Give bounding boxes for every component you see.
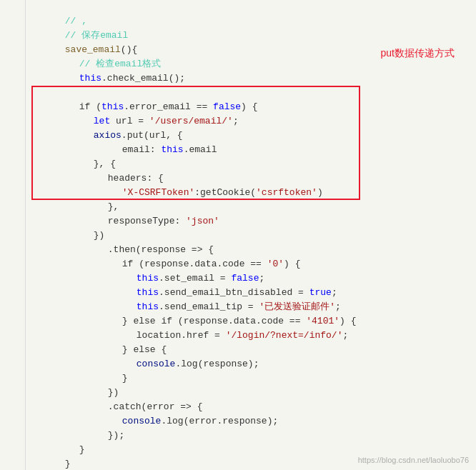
code-line: }): [31, 371, 476, 386]
code-line: } else {: [31, 329, 476, 343]
annotation-label: put数据传递方式: [381, 47, 455, 60]
code-line: .then(response => {: [31, 229, 476, 243]
code-line: this.send_email_btn_disabled = true;: [31, 271, 476, 286]
code-line: 'X-CSRFToken':getCookie('csrftoken'): [31, 171, 476, 186]
code-line: // ,: [31, 0, 476, 14]
code-line: }: [31, 357, 476, 371]
code-line: [31, 71, 476, 86]
code-line: headers: {: [31, 157, 476, 171]
code-line: this.set_email = false;: [31, 257, 476, 271]
code-line: });: [31, 414, 476, 429]
code-line: axios.put(url, {: [31, 114, 476, 129]
code-line: }, {: [31, 143, 476, 157]
code-content: // , // 保存email save_email(){ // 检查email…: [26, 0, 476, 470]
code-line: } else if (response.data.code == '4101')…: [31, 300, 476, 314]
code-line: responseType: 'json': [31, 200, 476, 214]
code-line: if (this.error_email == false) {: [31, 86, 476, 100]
code-line: if (response.data.code == '0') {: [31, 243, 476, 257]
watermark: https://blog.csdn.net/laoluobo76: [358, 456, 469, 464]
code-line: }): [31, 214, 476, 229]
code-line: console.log(error.response);: [31, 400, 476, 414]
code-line: location.href = '/login/?next=/info/';: [31, 314, 476, 329]
code-line: }: [31, 429, 476, 443]
code-line: save_email(){: [31, 29, 476, 43]
code-line: email: this.email: [31, 129, 476, 143]
code-line: let url = '/users/email/';: [31, 100, 476, 114]
code-line: },: [31, 186, 476, 200]
code-line: this.send_email_tip = '已发送验证邮件';: [31, 286, 476, 300]
code-line: // 保存email: [31, 14, 476, 29]
line-numbers: [0, 0, 26, 470]
code-line: .catch(error => {: [31, 386, 476, 400]
code-line: console.log(response);: [31, 343, 476, 357]
code-line: }: [31, 443, 476, 457]
code-editor: put数据传递方式: [0, 0, 476, 470]
